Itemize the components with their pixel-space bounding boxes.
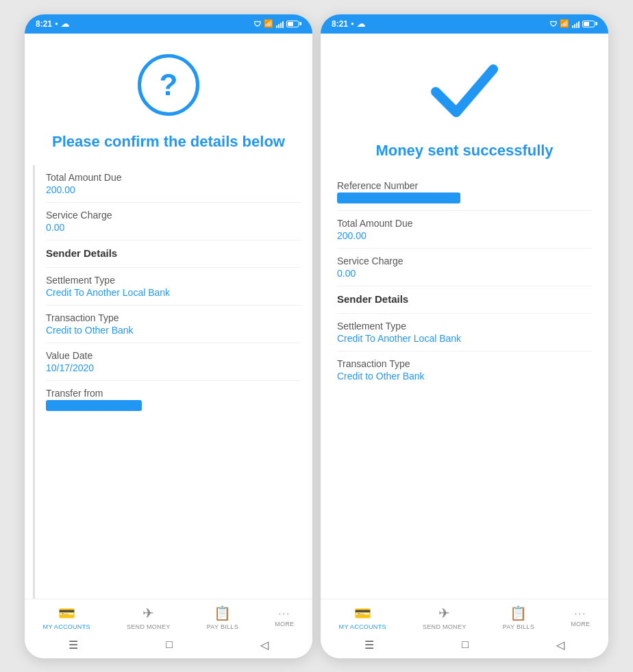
value-date-value: 10/17/2020	[46, 362, 301, 373]
success-title: Money sent successfully	[321, 136, 608, 173]
transaction-type-value-2: Credit to Other Bank	[337, 371, 592, 382]
settlement-type-label: Settlement Type	[46, 275, 301, 286]
nav-more-2[interactable]: ··· MORE	[571, 608, 590, 627]
detail-row-ref: Reference Number	[337, 173, 592, 211]
bottom-nav-1: 💳 MY ACCOUNTS ✈ SEND MONEY 📋 PAY BILLS ·…	[25, 599, 312, 633]
total-amount-value-2: 200.00	[337, 230, 592, 241]
transaction-type-label: Transaction Type	[46, 312, 301, 323]
detail-row-service: Service Charge 0.00	[46, 203, 301, 240]
back-icon-1[interactable]: ◁	[260, 638, 269, 651]
settlement-type-value-2: Credit To Another Local Bank	[337, 333, 592, 344]
send-money-label-1: SEND MONEY	[127, 623, 171, 630]
menu-icon-2[interactable]: ☰	[364, 638, 374, 651]
pay-bills-icon-2: 📋	[510, 605, 527, 621]
status-dot-icon: ●	[55, 21, 58, 27]
pay-bills-icon-1: 📋	[214, 605, 231, 621]
confirm-title: Please confirm the details below	[25, 127, 312, 166]
nav-send-money-2[interactable]: ✈ SEND MONEY	[423, 605, 467, 630]
phone-success: 8:21 ● ☁ 🛡 📶	[321, 14, 608, 658]
detail-row-settlement: Settlement Type Credit To Another Local …	[46, 268, 301, 306]
shield-icon-2: 🛡	[549, 20, 557, 28]
more-label-2: MORE	[571, 621, 590, 627]
detail-row-transaction-2: Transaction Type Credit to Other Bank	[337, 351, 592, 388]
signal-icon-1	[276, 20, 284, 28]
detail-row-total: Total Amount Due 200.00	[46, 165, 301, 203]
confirm-icon-area: ?	[25, 34, 312, 127]
status-right-2: 🛡 📶	[549, 19, 597, 28]
nav-my-accounts-2[interactable]: 💳 MY ACCOUNTS	[339, 605, 386, 630]
service-charge-label-2: Service Charge	[337, 256, 592, 266]
cloud-icon: ☁	[61, 19, 69, 29]
service-charge-value: 0.00	[46, 222, 301, 233]
more-icon-1: ···	[278, 608, 290, 619]
time-display-1: 8:21	[36, 19, 52, 29]
nav-more-1[interactable]: ··· MORE	[275, 608, 294, 627]
confirm-content: ? Please confirm the details below Total…	[25, 34, 312, 599]
detail-row-settlement-2: Settlement Type Credit To Another Local …	[337, 314, 592, 351]
transaction-type-label-2: Transaction Type	[337, 358, 592, 369]
my-accounts-icon-2: 💳	[354, 605, 371, 621]
transaction-type-value: Credit to Other Bank	[46, 325, 301, 336]
home-icon-2[interactable]: □	[462, 638, 469, 651]
send-money-icon-1: ✈	[142, 605, 154, 621]
my-accounts-label-2: MY ACCOUNTS	[339, 623, 386, 630]
status-dot-icon-2: ●	[351, 21, 354, 27]
question-mark-symbol: ?	[160, 70, 178, 100]
transfer-from-redacted	[46, 400, 142, 411]
status-right-1: 🛡 📶	[253, 19, 301, 28]
more-label-1: MORE	[275, 621, 294, 627]
bottom-nav-2: 💳 MY ACCOUNTS ✈ SEND MONEY 📋 PAY BILLS ·…	[321, 599, 608, 633]
nav-my-accounts-1[interactable]: 💳 MY ACCOUNTS	[43, 605, 90, 630]
details-inner: Total Amount Due 200.00 Service Charge 0…	[35, 165, 312, 598]
more-icon-2: ···	[574, 608, 586, 619]
nav-pay-bills-2[interactable]: 📋 PAY BILLS	[503, 605, 534, 630]
checkmark-svg-icon	[430, 61, 499, 123]
question-circle-icon: ?	[138, 54, 199, 116]
battery-icon-2	[582, 21, 597, 27]
service-charge-label: Service Charge	[46, 210, 301, 221]
value-date-label: Value Date	[46, 350, 301, 361]
detail-row-date: Value Date 10/17/2020	[46, 343, 301, 381]
sender-details-header-2: Sender Details	[337, 293, 592, 305]
success-icon-area	[321, 34, 608, 136]
back-icon-2[interactable]: ◁	[556, 638, 564, 651]
status-bar-1: 8:21 ● ☁ 🛡 📶	[25, 14, 312, 34]
detail-row-sender-header-2: Sender Details	[337, 286, 592, 314]
total-amount-label: Total Amount Due	[46, 172, 301, 183]
settlement-type-value: Credit To Another Local Bank	[46, 287, 301, 298]
transfer-from-label: Transfer from	[46, 388, 301, 399]
wifi-icon-1: 📶	[264, 19, 273, 28]
signal-icon-2	[572, 20, 580, 28]
pay-bills-label-2: PAY BILLS	[503, 623, 534, 630]
confirm-screen: ? Please confirm the details below Total…	[25, 34, 312, 599]
reference-number-label: Reference Number	[337, 180, 592, 191]
success-screen: Money sent successfully Reference Number…	[321, 34, 608, 599]
detail-row-transaction: Transaction Type Credit to Other Bank	[46, 306, 301, 343]
my-accounts-label-1: MY ACCOUNTS	[43, 623, 90, 630]
success-details: Reference Number Total Amount Due 200.00…	[321, 173, 608, 599]
pay-bills-label-1: PAY BILLS	[207, 623, 238, 630]
reference-number-redacted	[337, 192, 460, 203]
system-nav-1: ☰ □ ◁	[25, 633, 312, 658]
phones-container: 8:21 ● ☁ 🛡 📶	[11, 1, 622, 672]
send-money-icon-2: ✈	[438, 605, 450, 621]
nav-send-money-1[interactable]: ✈ SEND MONEY	[127, 605, 171, 630]
settlement-type-label-2: Settlement Type	[337, 321, 592, 332]
detail-row-transfer: Transfer from	[46, 381, 301, 418]
detail-row-total-2: Total Amount Due 200.00	[337, 211, 592, 249]
battery-icon-1	[286, 21, 301, 27]
total-amount-value: 200.00	[46, 184, 301, 195]
status-left-2: 8:21 ● ☁	[332, 19, 365, 29]
nav-pay-bills-1[interactable]: 📋 PAY BILLS	[207, 605, 238, 630]
menu-icon-1[interactable]: ☰	[69, 638, 78, 651]
time-display-2: 8:21	[332, 19, 348, 29]
my-accounts-icon-1: 💳	[58, 605, 75, 621]
send-money-label-2: SEND MONEY	[423, 623, 467, 630]
wifi-icon-2: 📶	[560, 19, 569, 28]
sender-details-header: Sender Details	[46, 247, 301, 259]
shield-icon: 🛡	[253, 20, 261, 28]
cloud-icon-2: ☁	[357, 19, 365, 29]
home-icon-1[interactable]: □	[166, 638, 173, 651]
status-bar-2: 8:21 ● ☁ 🛡 📶	[321, 14, 608, 34]
phone-confirm: 8:21 ● ☁ 🛡 📶	[25, 14, 312, 658]
